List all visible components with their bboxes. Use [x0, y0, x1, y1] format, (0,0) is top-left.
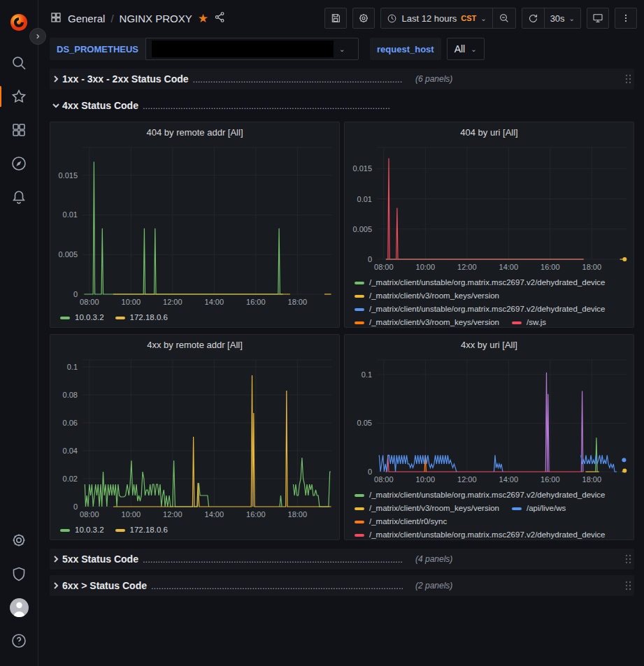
legend-row: /_matrix/client/v3/room_keys/version [355, 289, 634, 303]
panel-title[interactable]: 404 by remote addr [All] [50, 122, 339, 142]
chart-canvas[interactable]: 08:0010:0012:0014:0016:0018:0000.0050.01… [50, 142, 339, 310]
row-drag-handle[interactable] [622, 580, 634, 591]
panel-404-by-remote-addr: 404 by remote addr [All] 08:0010:0012:00… [50, 122, 340, 328]
user-avatar[interactable] [5, 593, 33, 621]
variables-row: DS_PROMETHEUS ⌄ request_host All ⌄ [38, 36, 644, 66]
dashboard-grid-icon[interactable] [50, 11, 62, 26]
favorite-star-icon[interactable]: ★ [198, 11, 208, 26]
time-range-picker[interactable]: Last 12 hours CST ⌄ [381, 8, 492, 28]
page-title[interactable]: NGINX PROXY [120, 13, 192, 24]
svg-text:16:00: 16:00 [541, 475, 560, 484]
svg-text:12:00: 12:00 [163, 510, 183, 519]
legend-item[interactable]: 172.18.0.6 [115, 311, 168, 324]
chart-area[interactable]: 08:0010:0012:0014:0016:0018:0000.050.1 [345, 354, 634, 487]
panel-title[interactable]: 404 by uri [All] [345, 122, 634, 142]
svg-text:10:00: 10:00 [416, 263, 436, 271]
panel-title[interactable]: 4xx by remote addr [All] [50, 335, 339, 354]
legend-item[interactable]: /_matrix/client/v3/room_keys/version [355, 316, 499, 327]
row-header-5xx[interactable]: 5xx Status Code.........................… [50, 549, 634, 570]
datasource-variable-label[interactable]: DS_PROMETHEUS [50, 38, 145, 60]
svg-text:10:00: 10:00 [416, 475, 436, 484]
legend-item[interactable]: /_matrix/client/unstable/org.matrix.msc2… [355, 276, 606, 289]
sidebar-expand-button[interactable]: › [29, 28, 46, 45]
cycle-view-mode-button[interactable] [587, 8, 609, 29]
breadcrumb-separator: / [110, 13, 113, 24]
svg-text:10:00: 10:00 [122, 298, 141, 306]
panel-title[interactable]: 4xx by uri [All] [345, 335, 634, 354]
svg-text:0.005: 0.005 [58, 250, 78, 259]
sidebar-item-alerting[interactable] [5, 183, 33, 211]
panel-404-by-uri: 404 by uri [All] 08:0010:0012:0014:0016:… [344, 122, 634, 328]
legend-item[interactable]: /_matrix/client/v3/room_keys/version [355, 289, 499, 303]
legend-item[interactable]: 10.0.3.2 [60, 311, 104, 324]
chevron-down-icon: ⌄ [569, 15, 575, 22]
legend-swatch [512, 321, 522, 324]
row-header-4xx[interactable]: 4xx Status Code.........................… [50, 95, 634, 116]
legend-row: /_matrix/client/unstable/org.matrix.msc2… [355, 528, 634, 540]
app-root: › General / NGINX PROXY ★ [0, 0, 644, 666]
panels-grid: 404 by remote addr [All] 08:0010:0012:00… [50, 122, 634, 540]
svg-text:0.015: 0.015 [352, 164, 372, 173]
datasource-variable-select[interactable]: ⌄ [145, 38, 359, 60]
chart-canvas[interactable]: 08:0010:0012:0014:0016:0018:0000.050.1 [345, 354, 634, 487]
chart-canvas[interactable]: 08:0010:0012:0014:0016:0018:0000.0050.01… [345, 142, 634, 275]
grafana-logo-icon[interactable] [5, 8, 33, 36]
kebab-menu-button[interactable] [615, 8, 637, 29]
save-dashboard-button[interactable] [324, 8, 347, 29]
svg-text:14:00: 14:00 [499, 475, 519, 484]
main-area: General / NGINX PROXY ★ Last 1 [38, 0, 644, 666]
chart-canvas[interactable]: 08:0010:0012:0014:0016:0018:0000.020.040… [50, 354, 339, 522]
legend-item[interactable]: /_matrix/client/unstable/org.matrix.msc2… [355, 488, 606, 502]
dashboard-settings-button[interactable] [352, 8, 375, 29]
legend-row: /_matrix/client/v3/room_keys/version/sw.… [355, 316, 634, 327]
sidebar-item-configuration[interactable] [5, 526, 33, 554]
panel-4xx-by-remote-addr: 4xx by remote addr [All] 08:0010:0012:00… [50, 334, 340, 540]
sidebar-item-explore[interactable] [5, 150, 33, 178]
zoom-out-button[interactable] [492, 8, 515, 28]
search-icon[interactable] [5, 49, 33, 77]
row-header-6xx[interactable]: 6xx > Status Code.......................… [50, 575, 634, 596]
row-leader-dots: ........................................… [143, 554, 403, 565]
legend-item[interactable]: /sw.js [512, 316, 546, 327]
row-header-1xx-3xx-2xx[interactable]: 1xx - 3xx - 2xx Status Code.............… [50, 68, 634, 89]
breadcrumb-folder[interactable]: General [68, 13, 105, 24]
chart-area[interactable]: 08:0010:0012:0014:0016:0018:0000.020.040… [50, 354, 339, 522]
request-host-variable-label[interactable]: request_host [370, 38, 441, 60]
svg-text:14:00: 14:00 [499, 263, 519, 271]
chart-area[interactable]: 08:0010:0012:0014:0016:0018:0000.0050.01… [345, 142, 634, 275]
row-title: 6xx > Status Code [62, 580, 147, 591]
legend-item[interactable]: /_matrix/client/r0/sync [355, 515, 447, 528]
svg-text:18:00: 18:00 [288, 510, 308, 519]
legend-item[interactable]: /api/live/ws [512, 502, 566, 515]
legend-item[interactable]: /_matrix/client/unstable/org.matrix.msc2… [355, 303, 606, 316]
legend-label: 10.0.3.2 [75, 523, 104, 537]
chart-area[interactable]: 08:0010:0012:0014:0016:0018:0000.0050.01… [50, 142, 339, 310]
legend-item[interactable]: 10.0.3.2 [60, 523, 104, 537]
svg-text:0.01: 0.01 [63, 210, 78, 219]
svg-text:0.1: 0.1 [67, 363, 78, 371]
chevron-right-icon [50, 75, 62, 83]
row-drag-handle[interactable] [622, 553, 634, 565]
row-drag-handle[interactable] [622, 73, 634, 85]
help-icon[interactable] [5, 627, 33, 655]
sidebar-item-server-admin[interactable] [5, 560, 33, 588]
refresh-button[interactable] [522, 8, 544, 28]
svg-text:0: 0 [73, 290, 78, 298]
legend-item[interactable]: /_matrix/client/unstable/org.matrix.msc2… [355, 528, 606, 540]
row-title: 5xx Status Code [62, 553, 138, 565]
legend-item[interactable]: /_matrix/client/v3/room_keys/version [355, 502, 499, 515]
request-host-variable-select[interactable]: All ⌄ [447, 38, 485, 60]
refresh-interval-picker[interactable]: 30s ⌄ [544, 8, 580, 28]
svg-text:16:00: 16:00 [541, 263, 560, 271]
legend-label: 172.18.0.6 [130, 311, 168, 324]
svg-text:08:00: 08:00 [80, 298, 99, 306]
share-icon[interactable] [214, 11, 226, 25]
sidebar-item-dashboards[interactable] [5, 116, 33, 144]
svg-text:16:00: 16:00 [246, 298, 266, 306]
active-indicator [0, 86, 1, 107]
svg-text:0: 0 [368, 468, 372, 476]
panel-legend: /_matrix/client/unstable/org.matrix.msc2… [345, 487, 634, 540]
legend-row: 10.0.3.2172.18.0.6 [60, 311, 339, 324]
legend-item[interactable]: 172.18.0.6 [115, 523, 168, 537]
sidebar-item-starred[interactable] [5, 82, 33, 110]
